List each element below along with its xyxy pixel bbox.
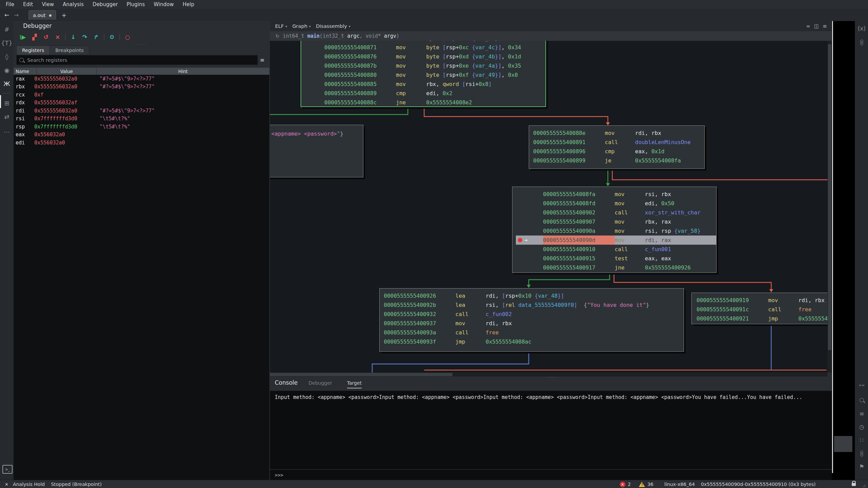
menu-view[interactable]: View [37, 1, 58, 7]
table-row[interactable]: rsi0x7fffffffd3d0"\t5#\t?%" [14, 115, 269, 123]
widgets-icon[interactable]: ∷ [857, 436, 866, 444]
nav-forward-button[interactable]: → [12, 12, 21, 18]
instruction[interactable]: 0000555555400937movrdi, rbx [383, 319, 684, 328]
lock-icon[interactable] [852, 483, 856, 486]
tab-target[interactable]: Target [347, 380, 362, 388]
table-row[interactable]: rcx0xf [14, 91, 269, 99]
instruction[interactable]: 0000555555400889cmpedi, 0x2 [305, 89, 545, 98]
tab-modified-dot[interactable]: ● [49, 14, 52, 17]
continue-button[interactable]: ▶ [18, 33, 28, 41]
menu-window[interactable]: Window [149, 1, 178, 7]
instruction[interactable]: 0000555555400876movbyte [rsp+0xd {var_4b… [305, 52, 545, 61]
stack-icon[interactable]: ◇ [857, 448, 866, 455]
block-xor[interactable]: 00005555554008famovrsi, rbx0000555555400… [512, 187, 717, 273]
table-row[interactable]: rdi0x5555556032a0"#?=5#$\"9>7<?>77" [14, 107, 269, 115]
layers-icon[interactable]: ◇ [857, 36, 866, 44]
table-row[interactable]: edi0x556032a0 [14, 139, 269, 147]
instruction[interactable]: 0000555555400907movrbx, rax [516, 217, 716, 226]
table-row[interactable]: rdx0x5555556032af [14, 99, 269, 107]
error-badge-icon[interactable]: × [620, 482, 626, 487]
tab-debugger[interactable]: Debugger [309, 380, 332, 386]
more-icon[interactable]: … [2, 126, 11, 134]
debug-bug-icon[interactable]: Ж [2, 80, 11, 88]
column-header-hint[interactable]: Hint [97, 68, 269, 75]
instruction[interactable]: 000055555540088cjne0x5555554008e2 [305, 98, 545, 107]
console-command-input[interactable] [286, 472, 832, 478]
instruction[interactable]: 000055555540093acallfree [383, 328, 684, 337]
instruction[interactable]: 0000555555400902callxor_str_with_char [516, 208, 716, 217]
terminal-icon[interactable]: >_ [2, 465, 13, 474]
instruction[interactable]: 0000555555400891calldoubleLenMinusOne [532, 138, 704, 147]
table-row[interactable]: rbx0x5555556032a0"#?=5#$\"9>7<?>77" [14, 83, 269, 91]
pin-icon[interactable]: ◉ [2, 66, 11, 74]
status-close-icon[interactable]: ✕ [5, 482, 8, 487]
instruction[interactable]: 0000555555400932callc_fun002 [383, 310, 684, 319]
instruction[interactable]: 0000555555400921jmp0x5555554008ac [695, 314, 828, 323]
variables-icon[interactable]: (x) [857, 24, 866, 32]
instruction[interactable]: 000055555540093fjmp0x5555554008ac [383, 337, 684, 346]
tag-icon[interactable]: ◊ [2, 52, 11, 60]
log-lines-icon[interactable]: ≡ [857, 409, 866, 417]
document-tab[interactable]: a.out ● [29, 10, 56, 20]
graph-canvas[interactable]: 000055555540086cmovbyte [rsp+0xb {var_4d… [270, 41, 828, 372]
step-over-button[interactable]: ↷ [80, 33, 89, 41]
stop-button[interactable]: × [53, 33, 62, 41]
instruction[interactable]: 0000555555400915testeax, eax [516, 254, 716, 263]
instruction[interactable]: 000055555540091ccallfree [695, 305, 828, 314]
menu-analysis[interactable]: Analysis [58, 1, 88, 7]
instruction[interactable]: 000055555540090amovrsi, rsp {var_58} [516, 226, 716, 236]
link-icon[interactable]: ∞ [806, 23, 811, 29]
instruction[interactable]: 0000555555400871movbyte [rsp+0xc {var_4c… [305, 43, 545, 52]
instruction[interactable]: 000055555540087bmovbyte [rsp+0xe {var_4a… [305, 61, 545, 70]
instruction[interactable]: 0000555555400896cmpeax, 0x1d [532, 147, 704, 156]
hash-icon[interactable]: # [2, 25, 11, 33]
menu-help[interactable]: Help [178, 1, 199, 7]
instruction[interactable]: 0000555555400926leardi, [rsp+0x10 {var_4… [383, 291, 684, 300]
tab-registers[interactable]: Registers [16, 46, 50, 55]
step-out-button[interactable]: ↱ [92, 33, 101, 41]
continue-until-button[interactable]: ▞ [30, 33, 39, 41]
search-icon[interactable] [857, 396, 866, 404]
block-dlmo[interactable]: 000055555540088emovrdi, rbx0000555555400… [529, 125, 705, 169]
resize-grip[interactable]: ⣠ [863, 482, 866, 487]
graph-menu-elf[interactable]: ELF▾ [275, 23, 287, 29]
instruction[interactable]: 0000555555400899je0x5555554008fa [532, 156, 704, 165]
instruction[interactable]: →000055555540090dmovrdi, rax [516, 236, 716, 245]
instruction[interactable]: 0000555555400880movbyte [rsp+0xf {var_49… [305, 70, 545, 80]
flag-icon[interactable]: ⚑ [857, 463, 866, 470]
instruction[interactable]: 0000555555400917jne0x555555400926 [516, 263, 716, 272]
dock-drag-handle[interactable]: ······ [546, 375, 557, 380]
graph-menu-disassembly[interactable]: Disassembly▾ [316, 23, 350, 29]
menu-file[interactable]: File [1, 1, 19, 7]
instruction[interactable]: 00005555554008famovrsi, rbx [516, 190, 716, 199]
instruction[interactable]: 0000555555400919movrdi, rbx [695, 296, 828, 305]
menu-plugins[interactable]: Plugins [122, 1, 149, 7]
column-header-name[interactable]: Name [14, 68, 37, 75]
block-done[interactable]: 0000555555400926leardi, [rsp+0x10 {var_4… [379, 288, 684, 352]
instruction[interactable]: 0000555555400910callc_fun001 [516, 245, 716, 254]
new-tab-button[interactable]: + [61, 12, 67, 19]
warning-icon[interactable]: ! [639, 482, 645, 487]
hierarchy-icon[interactable]: ⊞ [2, 99, 11, 107]
column-header-value[interactable]: Value [37, 68, 97, 75]
table-row[interactable]: rsp0x7fffffffd3d0"\t5#\t?%" [14, 123, 269, 131]
menu-edit[interactable]: Edit [19, 1, 37, 7]
transfer-icon[interactable]: ⇄ [2, 112, 11, 121]
block-free[interactable]: 0000555555400919movrdi, rbx0000555555400… [691, 293, 828, 324]
tab-breakpoints[interactable]: Breakpoints [50, 46, 89, 55]
table-row[interactable]: rax0x5555556032a0"#?=5#$\"9>7<?>77" [14, 75, 269, 83]
instruction[interactable]: 000055555540088emovrdi, rbx [532, 128, 704, 138]
breakpoint-dot-icon[interactable] [518, 238, 522, 242]
menu-debugger[interactable]: Debugger [88, 1, 122, 7]
tab-console[interactable]: Console [275, 379, 298, 386]
instruction[interactable]: 000055555540092blearsi, [rel data_555555… [383, 300, 684, 310]
graph-menu-graph[interactable]: Graph▾ [292, 23, 311, 29]
split-view-icon[interactable]: ◫ [814, 23, 819, 29]
panel-menu-icon[interactable]: ≡ [822, 23, 827, 29]
search-input[interactable] [26, 57, 255, 63]
block-string[interactable]: <appname> <password>"} [270, 125, 363, 177]
history-icon[interactable]: ◷ [857, 423, 866, 431]
instruction[interactable]: 0000555555400885movrbx, qword [rsi+0x8] [305, 80, 545, 89]
types-icon[interactable]: {T} [2, 39, 11, 47]
settings-button[interactable]: ⚙ [107, 33, 116, 41]
